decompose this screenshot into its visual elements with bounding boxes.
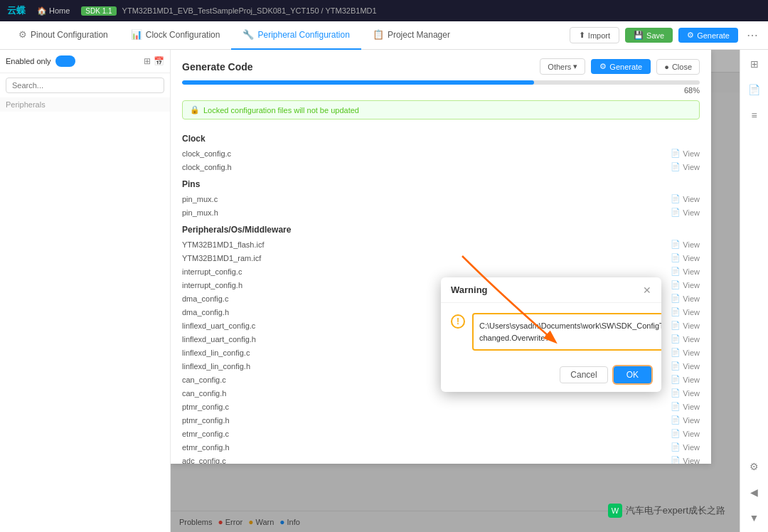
view-button[interactable]: 📄View: [671, 361, 700, 371]
generate-code-panel: Generate Code Others ▾ ⚙ Generate ● Clos…: [171, 50, 711, 464]
view-button[interactable]: 📄View: [671, 375, 700, 384]
panel-actions: Others ▾ ⚙ Generate ● Close: [540, 58, 700, 75]
dialog-message: C:\Users\sysadm\Documents\work\SW\SDK_Co…: [479, 321, 661, 342]
grid-icon[interactable]: ⊞: [144, 56, 151, 66]
more-button[interactable]: ⋯: [744, 28, 761, 42]
tab-project-manager[interactable]: 📋 Project Manager: [361, 21, 462, 50]
calendar-icon[interactable]: 📅: [154, 56, 164, 66]
file-icon: 📄: [671, 280, 681, 289]
view-button[interactable]: 📄View: [671, 267, 700, 276]
view-button[interactable]: 📄View: [671, 442, 700, 452]
file-icon: 📄: [671, 307, 681, 316]
tab-peripheral[interactable]: 🔧 Peripheral Configuration: [231, 21, 361, 50]
sidebar-section-label: Peripherals: [0, 97, 170, 112]
file-row: clock_config.c 📄 View: [182, 147, 700, 160]
tab-pinout[interactable]: ⚙ Pinout Configuration: [7, 21, 119, 50]
right-sidebar: ⊞ 📄 ≡ ⚙ ◀ ▼: [740, 50, 768, 532]
dialog-body: ! C:\Users\sysadm\Documents\work\SW\SDK_…: [441, 303, 661, 361]
panel-title: Generate Code: [182, 61, 253, 73]
view-button[interactable]: 📄View: [671, 348, 700, 357]
section-pins: Pins: [182, 174, 700, 192]
view-button[interactable]: 📄View: [671, 253, 700, 262]
file-icon: 📄: [671, 375, 681, 384]
doc-right-icon[interactable]: 📄: [745, 81, 763, 98]
close-dot-icon: ●: [664, 63, 669, 71]
enabled-only-label: Enabled only: [6, 57, 51, 65]
section-clock: Clock: [182, 128, 700, 147]
home-icon: 🏠: [37, 6, 47, 16]
save-icon: 💾: [634, 31, 644, 40]
file-row: ptmr_config.c 📄View: [182, 400, 700, 413]
main-tab-bar: ⚙ Pinout Configuration 📊 Clock Configura…: [0, 21, 768, 50]
tab-clock[interactable]: 📊 Clock Configuration: [119, 21, 232, 50]
breadcrumb: YTM32B1MD1_EVB_TestSampleProj_SDK081_YCT…: [122, 6, 377, 15]
dialog-message-box: C:\Users\sysadm\Documents\work\SW\SDK_Co…: [472, 313, 661, 351]
sidebar-top-bar: Enabled only ⊞ 📅: [0, 50, 170, 73]
file-icon: 📄: [671, 294, 681, 303]
lock-icon: 🔒: [190, 105, 200, 115]
file-icon: 📄: [671, 442, 681, 452]
view-button[interactable]: 📄 View: [671, 194, 700, 203]
sdk-badge: SDK 1.1: [81, 6, 116, 16]
file-icon: 📄: [671, 348, 681, 357]
warning-icon: !: [451, 314, 465, 329]
dialog-ok-button[interactable]: OK: [614, 366, 651, 383]
file-row: YTM32B1MD1_flash.icf 📄View: [182, 238, 700, 251]
view-button[interactable]: 📄View: [671, 334, 700, 344]
app-logo: 云蝶: [7, 4, 26, 17]
generate-button-top[interactable]: ⚙ Generate: [678, 28, 738, 43]
watermark-text: 汽车电子expert成长之路: [626, 504, 725, 517]
generate-icon: ⚙: [687, 31, 694, 40]
file-icon: 📄: [671, 194, 681, 203]
watermark: W 汽车电子expert成长之路: [608, 504, 725, 518]
progress-container: 68%: [171, 80, 711, 97]
progress-fill: [182, 80, 534, 85]
tab-bar-actions: ⬆ Import 💾 Save ⚙ Generate ⋯: [570, 27, 761, 43]
save-button[interactable]: 💾 Save: [625, 28, 673, 43]
wechat-icon: W: [608, 504, 622, 518]
enabled-only-toggle[interactable]: [55, 55, 75, 67]
view-button[interactable]: 📄View: [671, 294, 700, 303]
file-icon: 📄: [671, 149, 681, 158]
view-button[interactable]: 📄View: [671, 240, 700, 249]
file-row: clock_config.h 📄 View: [182, 160, 700, 174]
home-nav-item[interactable]: 🏠 Home: [31, 5, 75, 17]
pinout-icon: ⚙: [18, 29, 27, 40]
file-icon: 📄: [671, 240, 681, 249]
view-button[interactable]: 📄 View: [671, 162, 700, 171]
file-row: YTM32B1MD1_ram.icf 📄View: [182, 251, 700, 265]
view-button[interactable]: 📄View: [671, 402, 700, 411]
view-button[interactable]: 📄View: [671, 280, 700, 289]
main-layout: Enabled only ⊞ 📅 Peripherals CAN ETMR ▾ …: [0, 50, 768, 532]
file-row: adc_config.c 📄View: [182, 454, 700, 464]
file-row: pin_mux.c 📄 View: [182, 192, 700, 206]
arrow-left-icon[interactable]: ◀: [747, 484, 761, 501]
view-button[interactable]: 📄 View: [671, 208, 700, 217]
panel-header: Generate Code Others ▾ ⚙ Generate ● Clos…: [171, 50, 711, 80]
close-panel-button[interactable]: ● Close: [656, 59, 700, 75]
view-button[interactable]: 📄View: [671, 388, 700, 398]
import-button[interactable]: ⬆ Import: [570, 27, 619, 43]
view-button[interactable]: 📄View: [671, 456, 700, 464]
arrow-down-icon[interactable]: ▼: [747, 509, 762, 526]
dialog-close-icon[interactable]: ✕: [643, 285, 651, 295]
view-button[interactable]: 📄View: [671, 415, 700, 425]
grid-right-icon[interactable]: ⊞: [747, 55, 762, 73]
view-button[interactable]: 📄 View: [671, 149, 700, 158]
file-icon: 📄: [671, 334, 681, 344]
settings-right-icon[interactable]: ⚙: [747, 458, 762, 475]
warning-dialog: Warning ✕ ! C:\Users\sysadm\Documents\wo…: [441, 277, 661, 392]
file-icon: 📄: [671, 208, 681, 217]
lines-right-icon[interactable]: ≡: [748, 107, 759, 124]
file-icon: 📄: [671, 253, 681, 262]
clock-icon: 📊: [131, 29, 142, 40]
file-row: pin_mux.h 📄 View: [182, 206, 700, 219]
dialog-cancel-button[interactable]: Cancel: [560, 366, 607, 383]
view-button[interactable]: 📄View: [671, 307, 700, 316]
others-chevron-icon: ▾: [573, 62, 577, 71]
view-button[interactable]: 📄View: [671, 429, 700, 438]
sidebar-search-input[interactable]: [6, 78, 164, 93]
view-button[interactable]: 📄View: [671, 321, 700, 330]
others-button[interactable]: Others ▾: [540, 58, 585, 75]
generate-panel-button[interactable]: ⚙ Generate: [591, 59, 651, 74]
